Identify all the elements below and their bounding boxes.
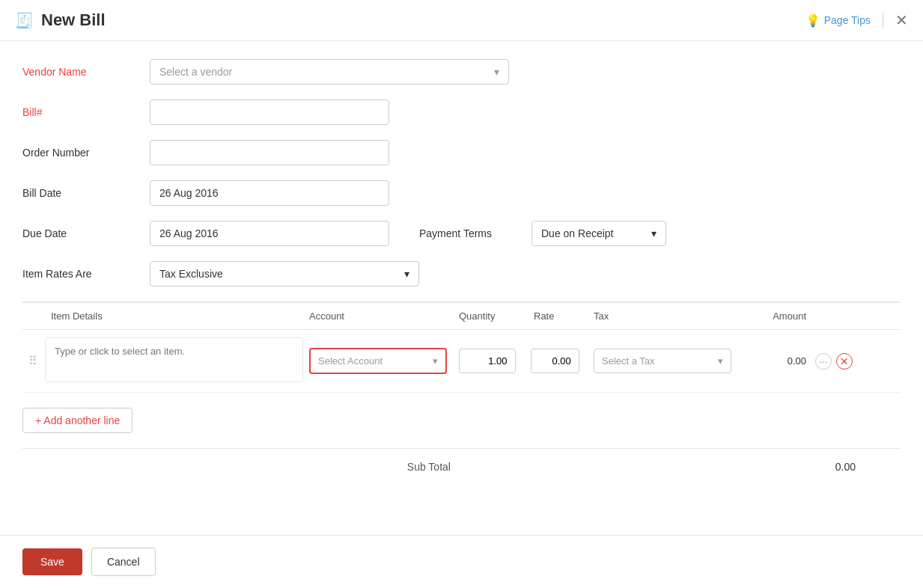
bill-number-row: Bill# [22,99,901,125]
page-tips-label: Page Tips [824,14,871,26]
footer: Save Cancel [0,535,923,588]
item-rates-label: Item Rates Are [22,268,150,280]
account-select-cell: Select Account ▾ [303,348,453,374]
subtotal-value: 0.00 [835,461,901,473]
page-tips-button[interactable]: 💡 Page Tips [805,13,871,28]
payment-terms-value: Due on Receipt [541,227,614,239]
account-select-placeholder: Select Account [318,355,383,367]
quantity-input[interactable] [459,349,516,373]
subtotal-label: Sub Total [22,461,835,473]
vendor-select-placeholder: Select a vendor [159,66,232,78]
subtotal-row: Sub Total 0.00 [22,448,901,485]
due-date-label: Due Date [22,227,150,239]
chevron-down-icon: ▾ [433,355,438,367]
lightbulb-icon: 💡 [805,13,820,28]
order-number-input[interactable] [150,140,389,165]
quantity-cell [453,349,528,373]
tax-select[interactable]: Select a Tax ▾ [594,349,731,373]
quantity-header: Quantity [453,310,528,322]
header-right: 💡 Page Tips ✕ [805,11,908,29]
item-details-header: Item Details [45,310,303,322]
bill-number-input[interactable] [150,99,389,125]
chevron-down-icon: ▾ [404,268,409,280]
bill-number-label: Bill# [22,106,150,118]
close-icon[interactable]: ✕ [895,11,908,29]
order-number-row: Order Number [22,140,901,165]
drag-col-header [22,310,45,322]
chevron-down-icon: ▾ [718,355,723,367]
amount-cell: 0.00 [737,355,812,367]
due-date-row: Due Date Payment Terms Due on Receipt ▾ [22,221,901,246]
vendor-name-row: Vendor Name Select a vendor ▾ [22,59,901,85]
bill-date-label: Bill Date [22,187,150,199]
vendor-select[interactable]: Select a vendor ▾ [150,59,509,85]
actions-col-header [812,310,857,322]
item-detail-input[interactable] [45,337,303,382]
form-container: Vendor Name Select a vendor ▾ Bill# Orde… [0,41,923,503]
due-date-input[interactable] [150,221,389,246]
bill-date-input[interactable] [150,180,389,206]
page-header: 🧾 New Bill 💡 Page Tips ✕ [0,0,923,41]
order-number-label: Order Number [22,147,150,159]
chevron-down-icon: ▾ [494,66,499,78]
drag-handle[interactable]: ⠿ [22,354,45,368]
save-button[interactable]: Save [22,548,82,575]
rate-input[interactable] [531,349,579,373]
amount-header: Amount [737,310,812,322]
rate-cell [528,349,588,373]
item-rates-select[interactable]: Tax Exclusive ▾ [150,261,419,287]
tax-header: Tax [588,310,737,322]
item-rates-row: Item Rates Are Tax Exclusive ▾ [22,261,901,287]
tax-select-cell: Select a Tax ▾ [588,349,737,373]
payment-terms-select[interactable]: Due on Receipt ▾ [531,221,666,246]
vendor-name-label: Vendor Name [22,66,150,78]
account-select[interactable]: Select Account ▾ [309,348,447,374]
payment-terms-label: Payment Terms [419,227,531,239]
rate-header: Rate [528,310,588,322]
row-actions: ··· ✕ [812,353,857,370]
row-delete-button[interactable]: ✕ [836,353,853,370]
row-more-button[interactable]: ··· [815,353,832,370]
page-title: New Bill [41,10,106,30]
chevron-down-icon: ▾ [651,227,657,239]
item-detail-cell [45,337,303,385]
header-left: 🧾 New Bill [15,10,106,30]
table-header: Item Details Account Quantity Rate Tax A… [22,302,901,330]
header-divider [883,13,883,28]
account-header: Account [303,310,453,322]
bill-icon: 🧾 [15,11,34,29]
item-rates-value: Tax Exclusive [159,268,223,280]
add-line-label: + Add another line [35,414,120,426]
table-row: ⠿ Select Account ▾ Select a Tax ▾ 0.00 ·… [22,330,901,393]
tax-select-placeholder: Select a Tax [602,355,655,367]
cancel-button[interactable]: Cancel [91,548,156,576]
bill-date-row: Bill Date [22,180,901,206]
add-line-button[interactable]: + Add another line [22,408,132,433]
